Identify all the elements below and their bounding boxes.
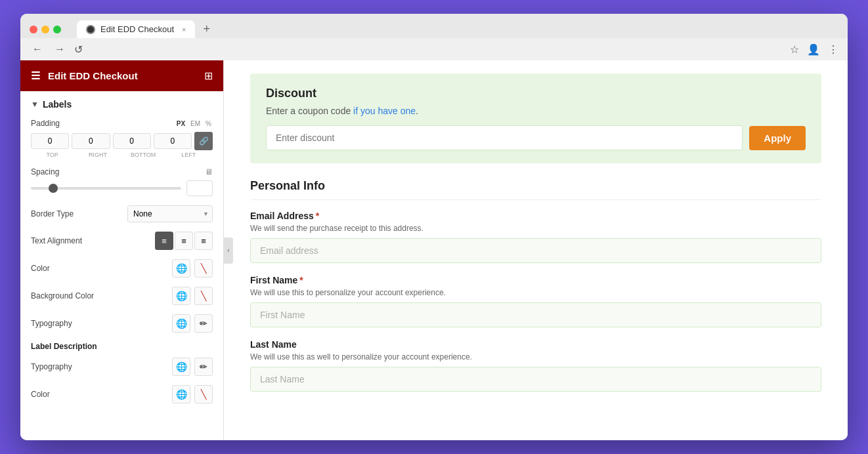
last-name-input[interactable]	[250, 367, 821, 392]
spacing-row: Spacing 🖥 12	[31, 167, 213, 196]
color-picker-button[interactable]: ╲	[194, 259, 213, 278]
discount-input[interactable]	[266, 125, 743, 150]
padding-top-input[interactable]	[31, 133, 69, 149]
forward-button[interactable]: →	[52, 42, 68, 56]
color-label: Color	[31, 264, 50, 273]
email-input[interactable]	[250, 238, 821, 263]
maximize-traffic-light[interactable]	[53, 26, 61, 33]
ld-color-row: Color 🌐 ╲	[31, 385, 213, 403]
align-center-button[interactable]: ≡	[175, 232, 193, 250]
padding-inputs: 🔗	[31, 132, 213, 150]
padding-label-row: Padding PX EM %	[31, 119, 213, 128]
email-label: Email Address*	[250, 211, 821, 221]
spacing-slider[interactable]	[31, 187, 181, 190]
checkout-content: Discount Enter a coupon code if you have…	[224, 60, 848, 417]
background-color-label: Background Color	[31, 291, 94, 300]
first-name-label: First Name*	[250, 275, 821, 285]
sidebar-header: ☰ Edit EDD Checkout ⊞	[20, 60, 223, 91]
spacing-control: 12	[31, 180, 213, 196]
border-type-select[interactable]: None Solid Dashed Dotted	[127, 205, 213, 222]
typography-controls: 🌐 ✏	[172, 314, 213, 333]
bg-color-global-button[interactable]: 🌐	[172, 287, 190, 305]
refresh-button[interactable]: ↺	[74, 43, 83, 56]
apply-button[interactable]: Apply	[749, 126, 806, 150]
discount-input-row: Apply	[266, 125, 806, 150]
ld-color-global-button[interactable]: 🌐	[172, 385, 190, 403]
padding-right-input[interactable]	[72, 133, 110, 149]
ld-typography-label: Typography	[31, 362, 72, 371]
typography-edit-button[interactable]: ✏	[194, 314, 213, 333]
first-name-input[interactable]	[250, 302, 821, 327]
toolbar-icons: ☆ 👤 ⋮	[790, 43, 838, 56]
last-name-field-group: Last Name We will use this as well to pe…	[250, 339, 821, 392]
last-name-label: Last Name	[250, 339, 821, 350]
border-type-row: Border Type None Solid Dashed Dotted	[31, 205, 213, 222]
main-area: Discount Enter a coupon code if you have…	[224, 60, 848, 440]
labels-section-toggle[interactable]: ▼ Labels	[31, 99, 213, 110]
sidebar-title: Edit EDD Checkout	[48, 70, 138, 81]
text-alignment-label: Text Alignment	[31, 236, 82, 245]
tab-label: Edit EDD Checkout	[100, 24, 174, 34]
padding-link-button[interactable]: 🔗	[194, 132, 213, 150]
grid-icon[interactable]: ⊞	[204, 70, 213, 82]
ld-typography-edit-button[interactable]: ✏	[194, 358, 213, 376]
typography-row: Typography 🌐 ✏	[31, 314, 213, 333]
tab-close-button[interactable]: ×	[182, 26, 186, 33]
unit-px[interactable]: PX	[175, 120, 186, 127]
close-traffic-light[interactable]	[30, 26, 37, 33]
color-row: Color 🌐 ╲	[31, 259, 213, 278]
border-type-label: Border Type	[31, 209, 74, 218]
personal-info-title: Personal Info	[250, 179, 821, 200]
bg-color-picker-button[interactable]: ╲	[194, 287, 213, 305]
align-right-button[interactable]: ≡	[194, 232, 213, 250]
minimize-traffic-light[interactable]	[41, 26, 49, 33]
color-control-row: Color 🌐 ╲	[31, 259, 213, 278]
discount-desc-link[interactable]: if you have one	[353, 106, 416, 116]
ld-typography-control-row: Typography 🌐 ✏	[31, 358, 213, 376]
active-tab[interactable]: Edit EDD Checkout ×	[77, 20, 195, 38]
profile-icon[interactable]: 👤	[807, 43, 820, 56]
spacing-value-input[interactable]: 12	[186, 180, 213, 196]
pad-right-label: RIGHT	[76, 152, 119, 158]
spacing-thumb[interactable]	[49, 184, 58, 193]
typography-label: Typography	[31, 319, 72, 328]
ld-color-controls: 🌐 ╲	[172, 385, 213, 403]
ld-typography-global-button[interactable]: 🌐	[172, 358, 190, 376]
discount-description: Enter a coupon code if you have one.	[266, 106, 806, 116]
first-name-label-text: First Name	[250, 275, 297, 285]
browser-window: Edit EDD Checkout × + ← → ↺ ☆ 👤 ⋮ ☰ Edit…	[20, 14, 848, 440]
collapse-handle[interactable]: ‹	[224, 237, 233, 264]
back-button[interactable]: ←	[30, 42, 45, 56]
new-tab-button[interactable]: +	[199, 21, 214, 37]
email-description: We will send the purchase receipt to thi…	[250, 224, 821, 233]
unit-em[interactable]: EM	[189, 120, 202, 127]
tab-bar: Edit EDD Checkout × +	[77, 20, 214, 38]
unit-percent[interactable]: %	[204, 120, 213, 127]
hamburger-icon[interactable]: ☰	[31, 70, 40, 82]
email-required-star: *	[316, 211, 319, 221]
color-global-button[interactable]: 🌐	[172, 259, 190, 278]
typography-global-button[interactable]: 🌐	[172, 314, 190, 333]
browser-titlebar: Edit EDD Checkout × +	[30, 20, 838, 38]
menu-icon[interactable]: ⋮	[828, 43, 838, 56]
color-controls: 🌐 ╲	[172, 259, 213, 278]
personal-info-section: Personal Info Email Address* We will sen…	[250, 179, 821, 392]
text-alignment-select-row: Text Alignment ≡ ≡ ≡	[31, 232, 213, 250]
align-left-button[interactable]: ≡	[155, 232, 173, 250]
padding-bottom-input[interactable]	[113, 133, 151, 149]
discount-desc-suffix: .	[416, 106, 418, 116]
labels-section-title: Labels	[43, 99, 72, 110]
last-name-label-text: Last Name	[250, 339, 297, 350]
sidebar: ☰ Edit EDD Checkout ⊞ ▼ Labels Padding P…	[20, 60, 224, 440]
discount-desc-prefix: Enter a coupon code	[266, 106, 353, 116]
pad-bottom-label: BOTTOM	[122, 152, 165, 158]
ld-color-picker-button[interactable]: ╲	[194, 385, 213, 403]
browser-content: ☰ Edit EDD Checkout ⊞ ▼ Labels Padding P…	[20, 60, 848, 440]
first-name-field-group: First Name* We will use this to personal…	[250, 275, 821, 327]
main-wrapper: ‹ Discount Enter a coupon code if you ha…	[224, 60, 848, 440]
background-color-row: Background Color 🌐 ╲	[31, 287, 213, 305]
padding-left-input[interactable]	[154, 133, 192, 149]
browser-chrome: Edit EDD Checkout × +	[20, 14, 848, 38]
ld-typography-controls: 🌐 ✏	[172, 358, 213, 376]
bookmark-icon[interactable]: ☆	[790, 43, 799, 56]
